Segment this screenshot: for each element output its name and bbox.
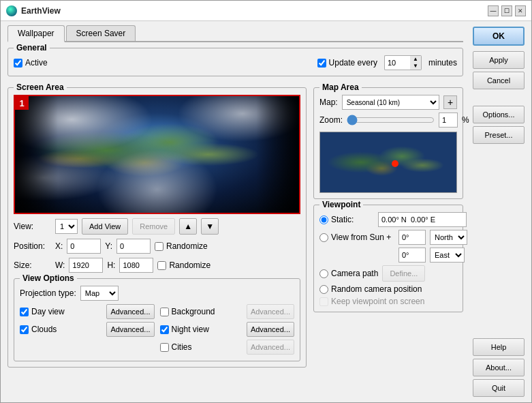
view-select[interactable]: 1 [55,219,78,234]
app-icon [6,5,17,16]
random-camera-radio-label[interactable]: Random camera position [319,284,456,294]
h-label: H: [107,260,115,270]
ok-button[interactable]: OK [473,27,525,46]
randomize2-checkbox[interactable] [157,261,166,270]
night-view-checkbox-label[interactable]: Night view [160,325,209,334]
night-view-item: Night view Advanced... [160,321,295,338]
keep-viewpoint-label[interactable]: Keep viewpoint on screen [319,297,424,306]
close-button[interactable]: ✕ [515,5,526,16]
active-label: Active [25,58,48,68]
view-from-sun-radio[interactable] [319,233,328,242]
randomize1-label[interactable]: Randomize [155,241,208,251]
background-checkbox[interactable] [160,308,169,316]
active-checkbox-label[interactable]: Active [14,58,48,68]
night-advanced-button[interactable]: Advanced... [247,322,294,337]
north-select[interactable]: North South [430,230,467,245]
view-options-section: View Options Projection type: Map Globe [14,278,300,361]
east-degree-input[interactable] [398,248,426,263]
screen-area-content: 1 View: [14,95,300,361]
active-checkbox[interactable] [14,59,22,68]
define-button[interactable]: Define... [382,265,425,282]
cities-checkbox-label[interactable]: Cities [160,342,192,352]
view-from-sun-label: View from Sun + [331,233,391,242]
zoom-value-input[interactable] [439,113,458,128]
earth-dark-right [256,96,299,213]
clouds-checkbox[interactable] [20,325,29,334]
keep-viewpoint-row: Keep viewpoint on screen [319,297,457,306]
update-value-input[interactable] [384,55,410,70]
update-checkbox-label[interactable]: Update every [317,58,377,68]
randomize1-checkbox[interactable] [155,242,163,251]
cancel-button[interactable]: Cancel [473,72,525,89]
background-advanced-button[interactable]: Advanced... [247,304,294,319]
view-from-sun-radio-label[interactable]: View from Sun + [319,233,394,242]
cities-item: Cities Advanced... [160,339,295,355]
cities-advanced-button[interactable]: Advanced... [247,340,294,355]
main-window: EarthView — ☐ ✕ Wallpaper Screen Saver G… [0,0,532,403]
quit-button[interactable]: Quit [473,379,525,397]
update-checkbox[interactable] [317,59,326,68]
move-down-button[interactable]: ▼ [201,218,219,235]
about-button[interactable]: About... [473,359,525,376]
screen-badge: 1 [15,96,29,110]
sun-degree-input[interactable] [398,230,426,245]
update-spinbox-buttons: ▲ ▼ [410,55,422,70]
view-options-content: Projection type: Map Globe Flat [20,286,294,355]
clouds-item: Clouds Advanced... [20,321,155,338]
random-camera-radio[interactable] [319,285,328,294]
update-decrement-button[interactable]: ▼ [410,63,421,70]
move-up-button[interactable]: ▲ [179,218,197,235]
tab-wallpaper[interactable]: Wallpaper [7,25,65,42]
apply-button[interactable]: Apply [473,51,525,69]
cities-checkbox[interactable] [160,343,169,352]
night-view-checkbox[interactable] [160,325,169,334]
clouds-checkbox-label[interactable]: Clouds [20,325,57,334]
tab-screen-saver[interactable]: Screen Saver [66,25,136,41]
static-value-input[interactable] [378,212,467,227]
preset-button[interactable]: Preset... [473,126,525,144]
help-button[interactable]: Help [473,338,525,356]
zoom-row: Zoom: % [319,113,457,128]
camera-path-radio-label[interactable]: Camera path [319,269,378,278]
minimize-button[interactable]: — [488,5,499,16]
height-input[interactable] [119,258,153,273]
x-input[interactable] [67,239,101,254]
mini-earth-image [320,132,456,192]
earth-dark-left [15,96,58,213]
window-controls: — ☐ ✕ [488,5,526,16]
add-view-button[interactable]: Add View [82,218,128,235]
remove-button[interactable]: Remove [132,218,175,235]
options-button[interactable]: Options... [473,106,525,123]
static-radio[interactable] [319,215,328,224]
right-column: Map Area Map: Seasonal (10 km) Blue Marb… [313,82,463,368]
general-section: General Active Update every ▲ [7,48,463,76]
randomize2-label[interactable]: Randomize [157,260,210,270]
main-content: Wallpaper Screen Saver General Active Up… [1,21,470,402]
clouds-advanced-button[interactable]: Advanced... [106,322,154,337]
static-radio-label[interactable]: Static: [319,215,374,224]
camera-path-radio[interactable] [319,269,328,278]
tab-bar: Wallpaper Screen Saver [7,25,463,42]
minutes-label: minutes [428,58,457,68]
day-view-label: Day view [31,307,65,316]
day-view-checkbox[interactable] [20,308,29,316]
day-view-checkbox-label[interactable]: Day view [20,307,65,316]
maximize-button[interactable]: ☐ [501,5,512,16]
window-title: EarthView [21,6,488,16]
zoom-slider[interactable] [347,115,435,125]
map-preview[interactable] [319,132,457,193]
update-increment-button[interactable]: ▲ [410,56,421,63]
day-advanced-button[interactable]: Advanced... [106,304,154,319]
map-add-button[interactable]: + [443,95,457,109]
screen-preview: 1 [14,95,300,214]
background-checkbox-label[interactable]: Background [160,307,215,316]
screen-area-title: Screen Area [14,83,67,92]
random-camera-row: Random camera position [319,284,457,294]
projection-select[interactable]: Map Globe Flat [80,286,119,301]
keep-viewpoint-checkbox[interactable] [319,297,328,306]
map-select[interactable]: Seasonal (10 km) Blue Marble Night [342,95,439,110]
width-input[interactable] [69,258,103,273]
two-column-layout: Screen Area 1 [7,82,463,368]
east-select[interactable]: East West [430,248,465,263]
y-input[interactable] [116,239,151,254]
